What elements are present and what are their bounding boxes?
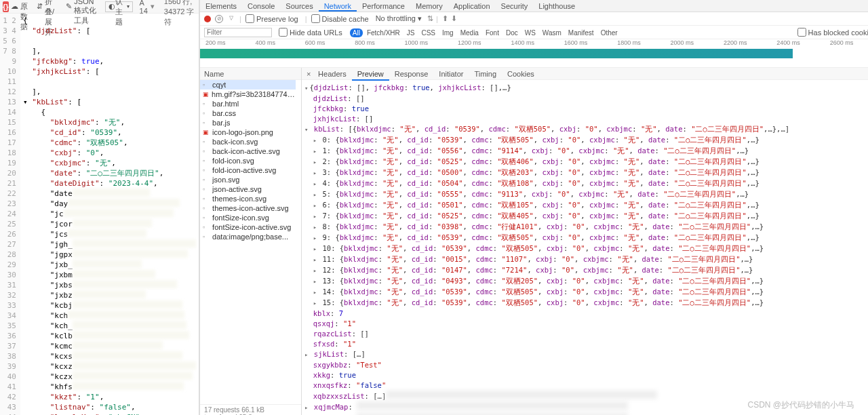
request-row[interactable]: ▫back-icon.svg bbox=[200, 137, 301, 146]
network-body: Name ▫cqyt▣hm.gif?si=3b231847743b9335bfa… bbox=[200, 68, 868, 415]
request-row[interactable]: ▫fold-icon.svg bbox=[200, 156, 301, 165]
request-row[interactable]: ▫json.svg bbox=[200, 175, 301, 184]
filter-type-font[interactable]: Font bbox=[483, 28, 502, 37]
request-row[interactable]: ▫cqyt bbox=[200, 80, 296, 90]
filter-input[interactable] bbox=[204, 28, 272, 37]
request-name: json.svg bbox=[212, 176, 239, 184]
file-icon: ▫ bbox=[203, 81, 210, 88]
file-icon: ▫ bbox=[203, 119, 210, 126]
blocked-cookies-checkbox[interactable] bbox=[797, 28, 806, 37]
request-row[interactable]: ▫fold-icon-active.svg bbox=[200, 165, 301, 175]
preview-tab-response[interactable]: Response bbox=[389, 68, 434, 79]
hide-data-urls-label: Hide data URLs bbox=[290, 28, 342, 37]
preserve-log-label: Preserve log bbox=[256, 15, 298, 23]
file-icon: ▫ bbox=[203, 167, 210, 174]
devtools-tab-network[interactable]: Network bbox=[319, 0, 357, 12]
request-name: back-icon-active.svg bbox=[212, 147, 280, 155]
hide-data-urls-checkbox[interactable] bbox=[279, 28, 288, 37]
request-name: hm.gif?si=3b231847743b9335bfaccd... bbox=[212, 90, 298, 98]
network-timeline[interactable]: 200 ms400 ms600 ms800 ms1000 ms1200 ms14… bbox=[200, 39, 868, 68]
record-icon[interactable] bbox=[204, 16, 211, 22]
throttling-select[interactable]: No throttling ▾ bbox=[376, 14, 422, 23]
code-body[interactable]: { "djdzList": [ ], "jfckbkg": true, "jxh… bbox=[20, 14, 199, 415]
request-row[interactable]: ▫bar.js bbox=[200, 118, 301, 127]
request-row[interactable]: ▫bar.css bbox=[200, 108, 301, 118]
filter-type-media[interactable]: Media bbox=[458, 28, 481, 37]
request-name: cqyt bbox=[212, 81, 226, 89]
file-icon: ▫ bbox=[203, 195, 210, 202]
file-icon: ▫ bbox=[203, 100, 210, 107]
request-name: data:image/png;base... bbox=[212, 233, 288, 241]
devtools-tab-performance[interactable]: Performance bbox=[357, 0, 410, 12]
file-icon: ▫ bbox=[203, 148, 210, 155]
request-row[interactable]: ▫bar.html bbox=[200, 99, 301, 108]
filter-type-manifest[interactable]: Manifest bbox=[566, 28, 597, 37]
file-icon: ▫ bbox=[203, 205, 210, 212]
request-row[interactable]: ▫themes-icon-active.svg bbox=[200, 203, 301, 213]
devtools-tab-application[interactable]: Application bbox=[448, 0, 496, 12]
file-icon: ▫ bbox=[203, 110, 210, 117]
file-icon: ▫ bbox=[203, 157, 210, 164]
request-row[interactable]: ▫data:image/png;base... bbox=[200, 232, 301, 241]
file-icon: ▣ bbox=[203, 91, 209, 98]
request-list: Name ▫cqyt▣hm.gif?si=3b231847743b9335bfa… bbox=[200, 68, 302, 415]
network-controls: ⊘ ▽ | Preserve log | Disable cache No th… bbox=[200, 12, 868, 26]
filter-toggle-icon[interactable]: ▽ bbox=[227, 15, 235, 23]
clear-icon[interactable]: ⊘ bbox=[215, 15, 223, 23]
filter-type-ws[interactable]: WS bbox=[522, 28, 538, 37]
devtools-tab-elements[interactable]: Elements bbox=[200, 0, 242, 12]
devtools-tab-security[interactable]: Security bbox=[496, 0, 534, 12]
filter-type-doc[interactable]: Doc bbox=[503, 28, 521, 37]
preview-tab-cookies[interactable]: Cookies bbox=[502, 68, 540, 79]
preview-tab-headers[interactable]: Headers bbox=[313, 68, 352, 79]
preview-tab-preview[interactable]: Preview bbox=[352, 68, 389, 81]
request-row[interactable]: ▣hm.gif?si=3b231847743b9335bfaccd... bbox=[200, 90, 301, 99]
request-row[interactable]: ▫json-active.svg bbox=[200, 184, 301, 194]
disable-cache-checkbox[interactable] bbox=[311, 14, 320, 23]
devtools-tab-lighthouse[interactable]: Lighthouse bbox=[533, 0, 580, 12]
file-icon: ▣ bbox=[203, 129, 210, 136]
preview-panel: × HeadersPreviewResponseInitiatorTimingC… bbox=[302, 68, 868, 415]
file-icon: ▫ bbox=[203, 176, 210, 183]
filter-type-all[interactable]: All bbox=[350, 28, 363, 37]
file-icon: ▫ bbox=[203, 138, 210, 145]
request-name: fontSize-icon-active.svg bbox=[212, 223, 291, 231]
close-preview-button[interactable]: × bbox=[304, 70, 313, 78]
devtools-tabs: ElementsConsoleSourcesNetworkPerformance… bbox=[200, 0, 868, 12]
request-name: bar.js bbox=[212, 119, 230, 127]
request-name: fontSize-icon.svg bbox=[212, 214, 269, 222]
code-area: 1 2 3 4 5 6 7 8 9 10 11 12 13 14 15 16 1… bbox=[0, 14, 199, 415]
request-row[interactable]: ▫fontSize-icon-active.svg bbox=[200, 222, 301, 232]
font-size-label: A 14 bbox=[140, 0, 148, 15]
filter-type-img[interactable]: Img bbox=[439, 28, 456, 37]
devtools-pane: ElementsConsoleSourcesNetworkPerformance… bbox=[199, 0, 868, 415]
filter-type-css[interactable]: CSS bbox=[418, 28, 438, 37]
request-row[interactable]: ▫fontSize-icon.svg bbox=[200, 213, 301, 222]
download-icon[interactable]: ⬇ bbox=[451, 14, 457, 23]
request-name: bar.css bbox=[212, 109, 236, 117]
file-icon: ▫ bbox=[203, 233, 210, 240]
theme-dropdown[interactable]: ◐默认主题▾ bbox=[105, 1, 133, 12]
network-status-bar: 17 requests 66.1 kB transferred 65.8 bbox=[200, 404, 301, 415]
filter-type-js[interactable]: JS bbox=[404, 28, 418, 37]
request-row[interactable]: ▫themes-icon.svg bbox=[200, 194, 301, 203]
preview-body[interactable]: ▾{djdzList: [], jfckbkg: true, jxhjkcLis… bbox=[302, 80, 868, 415]
request-row[interactable]: ▣icon-logo-json.png bbox=[200, 127, 301, 137]
devtools-tab-console[interactable]: Console bbox=[242, 0, 280, 12]
json-logo-icon: {} bbox=[3, 1, 9, 12]
devtools-tab-sources[interactable]: Sources bbox=[280, 0, 318, 12]
preview-tabs: × HeadersPreviewResponseInitiatorTimingC… bbox=[302, 68, 868, 80]
preview-tab-initiator[interactable]: Initiator bbox=[433, 68, 469, 79]
request-row[interactable]: ▫back-icon-active.svg bbox=[200, 146, 301, 156]
preview-tab-timing[interactable]: Timing bbox=[469, 68, 502, 79]
wifi-icon[interactable]: ⇅ bbox=[427, 14, 433, 23]
devtools-tab-memory[interactable]: Memory bbox=[410, 0, 448, 12]
preserve-log-checkbox[interactable] bbox=[245, 14, 254, 23]
name-column-header[interactable]: Name bbox=[200, 68, 301, 80]
filter-type-fetchxhr[interactable]: Fetch/XHR bbox=[364, 28, 403, 37]
network-filter-bar: Hide data URLs AllFetch/XHRJSCSSImgMedia… bbox=[200, 26, 868, 39]
editor-toolbar: {} ☁显示原数据 ⇵全部折叠/展开 ✎打开JSON格式化工具 ◐默认主题▾ A… bbox=[0, 0, 199, 14]
filter-type-wasm[interactable]: Wasm bbox=[540, 28, 564, 37]
filter-type-other[interactable]: Other bbox=[598, 28, 620, 37]
upload-icon[interactable]: ⬆ bbox=[442, 14, 448, 23]
